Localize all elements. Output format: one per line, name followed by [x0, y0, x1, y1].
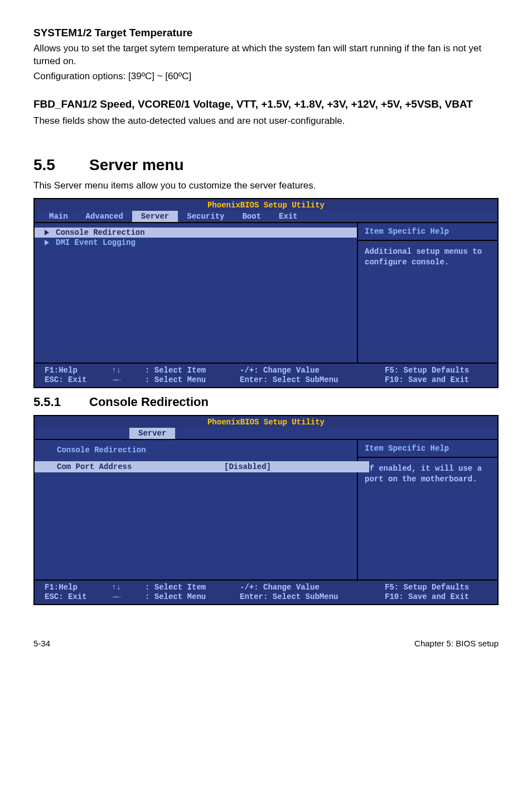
arrows-left-right-icon: →←: [112, 592, 145, 601]
heading-system-target-temp: SYSTEM1/2 Target Temperature: [33, 27, 499, 39]
bios-left-panel: Console Redirection Com Port Address [Di…: [35, 440, 358, 579]
bios-tab-main[interactable]: Main: [40, 211, 77, 222]
bios-footer-f10: F10: Save and Exit: [385, 592, 485, 601]
bios-footer-select-menu: : Select Menu: [145, 592, 240, 601]
para-fbd-fan-voltages: These fields show the auto-detected valu…: [33, 115, 499, 128]
bios-footer-select-item: : Select Item: [145, 366, 240, 375]
bios-help-header: Item Specific Help: [365, 444, 449, 453]
bios-tab-server[interactable]: Server: [132, 211, 178, 222]
bios-left-panel: Console Redirection DMI Event Logging: [35, 223, 358, 363]
bios-footer-esc: ESC: Exit: [45, 592, 112, 601]
arrows-up-down-icon: ↑↓: [112, 366, 145, 375]
bios-help-body: If enabled, it will use a port on the mo…: [358, 458, 497, 490]
bios-footer-enter-submenu: Enter: Select SubMenu: [240, 375, 385, 384]
bios-footer-f5: F5: Setup Defaults: [385, 366, 485, 375]
triangle-right-icon: [45, 240, 49, 245]
bios-footer-f1: F1:Help: [45, 583, 112, 592]
page-number: 5-34: [33, 639, 50, 648]
heading-server-menu: 5.5Server menu: [33, 156, 499, 174]
bios-item-dmi-event-logging[interactable]: DMI Event Logging: [45, 238, 347, 248]
bios-screenshot-console-redirection: PhoenixBIOS Setup Utility Server Console…: [33, 415, 499, 605]
bios-panel-heading: Console Redirection: [57, 446, 146, 455]
heading-console-redirection: 5.5.1Console Redirection: [33, 395, 499, 409]
bios-item-console-redirection[interactable]: Console Redirection: [35, 228, 357, 238]
bios-footer-f10: F10: Save and Exit: [385, 375, 485, 384]
bios-help-body: Additional setup menus to configure cons…: [358, 241, 497, 273]
bios-tab-server[interactable]: Server: [129, 428, 175, 439]
bios-footer-f1: F1:Help: [45, 366, 112, 375]
bios-footer-esc: ESC: Exit: [45, 375, 112, 384]
para-server-menu-desc: This Server menu items allow you to cust…: [33, 180, 499, 192]
triangle-right-icon: [45, 230, 49, 235]
bios-tab-advanced[interactable]: Advanced: [77, 211, 132, 222]
page-footer: 5-34 Chapter 5: BIOS setup: [33, 639, 499, 648]
bios-footer: F1:Help ↑↓ : Select Item -/+: Change Val…: [35, 581, 497, 604]
bios-help-header: Item Specific Help: [365, 227, 449, 236]
bios-tab-security[interactable]: Security: [178, 211, 233, 222]
bios-title: PhoenixBIOS Setup Utility: [35, 199, 497, 211]
chapter-label: Chapter 5: BIOS setup: [414, 639, 499, 648]
bios-item-key: Com Port Address: [57, 462, 202, 471]
subsection-title-5-5-1: Console Redirection: [89, 395, 209, 409]
bios-item-label: DMI Event Logging: [56, 238, 136, 247]
arrows-up-down-icon: ↑↓: [112, 583, 145, 592]
bios-footer-select-item: : Select Item: [145, 583, 240, 592]
section-number-5-5: 5.5: [33, 156, 89, 174]
bios-tab-exit[interactable]: Exit: [270, 211, 307, 222]
bios-help-panel: Item Specific Help Additional setup menu…: [358, 223, 497, 363]
bios-help-panel: Item Specific Help If enabled, it will u…: [358, 440, 497, 579]
para-system-target-temp-1: Allows you to set the target sytem tempe…: [33, 42, 499, 68]
bios-screenshot-server-menu: PhoenixBIOS Setup Utility Main Advanced …: [33, 198, 499, 388]
bios-footer-enter-submenu: Enter: Select SubMenu: [240, 592, 385, 601]
bios-title: PhoenixBIOS Setup Utility: [35, 416, 497, 428]
bios-footer-select-menu: : Select Menu: [145, 375, 240, 384]
para-system-target-temp-2: Configuration options: [39ºC] ~ [60ºC]: [33, 70, 499, 83]
bios-tab-boot[interactable]: Boot: [233, 211, 270, 222]
bios-tab-bar: Server: [35, 428, 497, 439]
bios-footer-change-value: -/+: Change Value: [240, 366, 385, 375]
bios-footer-change-value: -/+: Change Value: [240, 583, 385, 592]
bios-footer-f5: F5: Setup Defaults: [385, 583, 485, 592]
bios-item-label: Console Redirection: [56, 228, 145, 237]
arrows-left-right-icon: →←: [112, 375, 145, 384]
heading-fbd-fan-voltages: FBD_FAN1/2 Speed, VCORE0/1 Voltage, VTT,…: [33, 98, 499, 112]
section-title-5-5: Server menu: [89, 156, 184, 173]
subsection-number-5-5-1: 5.5.1: [33, 395, 89, 409]
bios-item-com-port-address[interactable]: Com Port Address [Disabled]: [35, 461, 369, 472]
bios-footer: F1:Help ↑↓ : Select Item -/+: Change Val…: [35, 364, 497, 387]
bios-tab-bar: Main Advanced Server Security Boot Exit: [35, 211, 497, 222]
bios-item-value: [Disabled]: [224, 462, 271, 471]
